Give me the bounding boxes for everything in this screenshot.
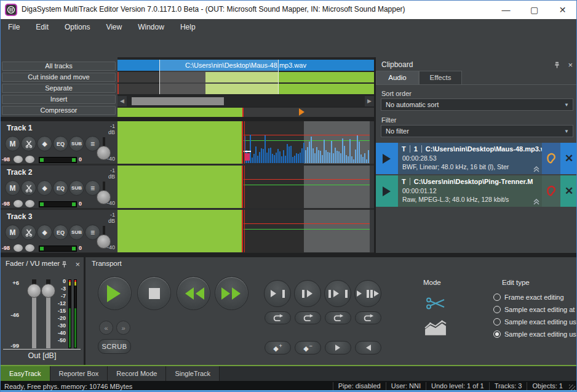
- scroll-right-arrow[interactable]: ▶: [365, 96, 374, 106]
- menu-view[interactable]: View: [106, 23, 122, 31]
- pin-icon[interactable]: [61, 261, 68, 268]
- menu-help[interactable]: Help: [180, 23, 196, 31]
- rewind-button[interactable]: [177, 276, 210, 310]
- mute-button[interactable]: M: [5, 136, 20, 151]
- overview-scrollbar[interactable]: ◀ ▶: [117, 96, 374, 106]
- play-button[interactable]: [98, 276, 132, 310]
- remove-clip-button[interactable]: ✕: [560, 175, 577, 207]
- menu-file[interactable]: File: [8, 23, 20, 31]
- prelisten-ear-button[interactable]: [542, 175, 560, 207]
- audio-object-block[interactable]: [117, 121, 242, 164]
- sub-button[interactable]: SUB: [69, 180, 84, 196]
- panel-close-icon[interactable]: ×: [568, 60, 573, 70]
- loop-button-1[interactable]: [265, 311, 291, 324]
- play-to-cursor-button[interactable]: [264, 280, 291, 307]
- clip-item-body[interactable]: T 1 C:\Users\nin\Desktop\Maus-48.mp3.wav…: [398, 143, 542, 174]
- selected-region[interactable]: [304, 210, 370, 252]
- close-button[interactable]: ✕: [549, 1, 576, 19]
- track-lane[interactable]: [117, 121, 370, 164]
- pan-button[interactable]: ◆: [37, 136, 52, 151]
- tab-easytrack[interactable]: EasyTrack: [1, 366, 50, 381]
- sub-button[interactable]: SUB: [69, 225, 84, 240]
- track-level-meter[interactable]: [39, 201, 77, 207]
- minimize-button[interactable]: —: [492, 1, 520, 19]
- separate-button[interactable]: Separate: [2, 84, 116, 93]
- output-fader-knob-left[interactable]: [27, 284, 41, 298]
- step-forward-button[interactable]: »: [116, 321, 130, 335]
- waveform[interactable]: [244, 134, 370, 163]
- track-toggle-a[interactable]: [14, 200, 23, 207]
- menu-options[interactable]: Options: [65, 23, 90, 31]
- radio-sample-exact-us-1[interactable]: Sample exact editing us: [493, 318, 576, 326]
- scrub-button[interactable]: SCRUB: [98, 339, 131, 354]
- add-marker-button[interactable]: ◆+: [265, 341, 291, 354]
- loop-button-4[interactable]: [355, 311, 381, 324]
- track-toggle-b[interactable]: [25, 156, 34, 163]
- eq-button[interactable]: EQ: [53, 136, 68, 151]
- sort-order-dropdown[interactable]: No automatic sort ▼: [381, 98, 573, 111]
- play-around-cursor-button[interactable]: [354, 280, 381, 307]
- tab-reporter-box[interactable]: Reporter Box: [50, 366, 108, 381]
- clipboard-item-1[interactable]: T 1 C:\Users\nin\Desktop\Maus-48.mp3.wav…: [376, 143, 577, 174]
- chevron-double-up-icon[interactable]: [533, 166, 540, 172]
- radio-frame-exact-editing[interactable]: Frame exact editing: [493, 294, 564, 301]
- track-toggle-a[interactable]: [14, 244, 23, 252]
- overview-selection[interactable]: [159, 60, 279, 94]
- step-back-button[interactable]: «: [99, 321, 113, 335]
- track-toggle-b[interactable]: [25, 200, 34, 207]
- eq-button[interactable]: EQ: [53, 180, 68, 196]
- prelisten-play-button[interactable]: [376, 143, 398, 174]
- scrollbar-thumb[interactable]: [132, 97, 224, 105]
- tab-audio[interactable]: Audio: [376, 71, 419, 85]
- scissors-button[interactable]: [21, 136, 36, 151]
- radio-sample-exact-at[interactable]: Sample exact editing at: [493, 306, 575, 313]
- playhead-marker-icon[interactable]: [299, 108, 308, 116]
- prelisten-play-button[interactable]: [376, 175, 398, 207]
- radio-icon[interactable]: [493, 306, 501, 313]
- timeline-ruler[interactable]: [117, 108, 374, 117]
- radio-icon[interactable]: [493, 318, 501, 326]
- tab-singletrack[interactable]: SingleTrack: [166, 366, 220, 381]
- radio-icon[interactable]: [493, 330, 501, 338]
- fade-handle[interactable]: [244, 153, 250, 161]
- stop-button[interactable]: [137, 276, 171, 310]
- chevron-double-up-icon[interactable]: [533, 199, 540, 205]
- pan-button[interactable]: ◆: [37, 180, 52, 196]
- all-tracks-button[interactable]: All tracks: [2, 62, 116, 71]
- resize-grip[interactable]: [569, 385, 575, 391]
- pan-button[interactable]: ◆: [37, 225, 52, 240]
- loop-button-2[interactable]: [295, 311, 321, 324]
- track-level-meter[interactable]: [39, 157, 77, 163]
- clipboard-item-2[interactable]: T C:\Users\nin\Desktop\Ping-Trenner.M 00…: [376, 175, 577, 207]
- track-lane[interactable]: [117, 210, 370, 252]
- tab-record-mode[interactable]: Record Mode: [108, 366, 166, 381]
- scissors-button[interactable]: [21, 225, 36, 240]
- radio-icon[interactable]: [493, 294, 501, 301]
- panel-close-icon[interactable]: ×: [75, 260, 80, 269]
- pin-icon[interactable]: [554, 62, 560, 69]
- scroll-left-arrow[interactable]: ◀: [117, 96, 127, 106]
- sub-button[interactable]: SUB: [69, 136, 84, 151]
- cut-inside-and-move-button[interactable]: Cut inside and move: [2, 73, 116, 82]
- radio-sample-exact-us-2[interactable]: Sample exact editing us: [493, 330, 576, 338]
- track-level-meter[interactable]: [39, 246, 77, 252]
- envelope-mode-icon[interactable]: [424, 320, 447, 336]
- loop-button-3[interactable]: [325, 311, 351, 324]
- menu-edit[interactable]: Edit: [36, 23, 49, 31]
- clip-item-body[interactable]: T C:\Users\nin\Desktop\Ping-Trenner.M 00…: [398, 175, 542, 207]
- tab-effects[interactable]: Effects: [419, 71, 462, 85]
- mute-button[interactable]: M: [5, 180, 20, 196]
- fast-forward-button[interactable]: [215, 276, 249, 310]
- track-lane[interactable]: [117, 166, 370, 208]
- track-toggle-a[interactable]: [14, 156, 23, 163]
- prev-marker-button[interactable]: [355, 341, 381, 354]
- menu-window[interactable]: Window: [138, 23, 164, 31]
- cut-mode-icon[interactable]: [426, 297, 445, 310]
- selected-region[interactable]: [304, 166, 370, 208]
- scissors-button[interactable]: [21, 180, 36, 196]
- play-from-cursor-button[interactable]: [294, 280, 321, 307]
- track-toggle-b[interactable]: [25, 244, 34, 252]
- audio-object-block[interactable]: [117, 210, 242, 252]
- audio-object-block[interactable]: [117, 166, 242, 208]
- compressor-button[interactable]: Compressor: [2, 106, 116, 115]
